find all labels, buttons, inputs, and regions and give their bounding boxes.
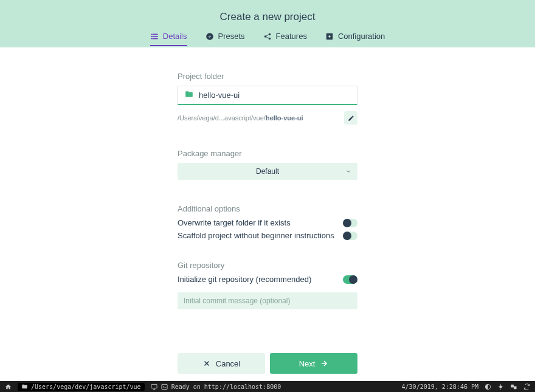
overwrite-option-row: Overwrite target folder if it exists <box>178 218 357 227</box>
chevron-down-icon <box>345 166 351 177</box>
status-bar: /Users/vega/dev/javascript/vue Ready on … <box>0 381 535 392</box>
scaffold-toggle[interactable] <box>343 232 357 240</box>
tab-label: Features <box>276 32 307 41</box>
svg-rect-5 <box>153 38 157 38</box>
refresh-icon[interactable] <box>523 383 530 390</box>
tabs: Details Presets Features Configuration <box>150 32 385 46</box>
svg-point-7 <box>264 35 266 38</box>
next-button[interactable]: Next <box>270 353 357 374</box>
git-init-row: Initialize git repository (recommended) <box>178 275 357 284</box>
svg-point-20 <box>499 385 502 388</box>
svg-rect-4 <box>151 38 153 38</box>
home-icon[interactable] <box>5 383 12 390</box>
folder-icon <box>184 90 194 101</box>
folder-icon <box>21 383 28 390</box>
tab-features[interactable]: Features <box>263 32 307 46</box>
close-icon <box>202 359 211 368</box>
svg-rect-0 <box>151 33 153 34</box>
cancel-button[interactable]: Cancel <box>178 353 265 374</box>
main-content: Project folder /Users/vega/d...avascript… <box>0 47 535 381</box>
git-section: Git repository Initialize git repository… <box>178 261 357 309</box>
contrast-icon[interactable] <box>485 383 491 390</box>
svg-point-9 <box>268 37 271 40</box>
svg-rect-2 <box>151 36 153 36</box>
package-manager-section: Package manager Default <box>178 149 357 180</box>
git-init-toggle[interactable] <box>343 275 357 284</box>
page-title: Create a new project <box>220 11 316 23</box>
action-bar: Cancel Next <box>178 353 357 381</box>
status-timestamp: 4/30/2019, 2:28:46 PM <box>402 383 478 390</box>
share-icon <box>263 32 272 41</box>
svg-rect-3 <box>153 36 157 36</box>
package-manager-value: Default <box>256 167 279 176</box>
settings-box-icon <box>325 32 334 41</box>
svg-point-11 <box>328 35 331 38</box>
commit-message-input[interactable] <box>178 292 357 309</box>
additional-options-label: Additional options <box>178 204 357 213</box>
svg-rect-15 <box>151 384 157 388</box>
list-icon <box>150 32 159 41</box>
overwrite-toggle[interactable] <box>343 219 357 227</box>
svg-point-8 <box>268 33 271 35</box>
svg-rect-18 <box>162 384 167 389</box>
project-folder-label: Project folder <box>178 72 357 81</box>
package-manager-select[interactable]: Default <box>178 163 357 180</box>
project-folder-input-wrapper <box>178 86 357 105</box>
check-circle-icon <box>205 32 214 41</box>
next-label: Next <box>299 359 316 368</box>
tab-presets[interactable]: Presets <box>205 32 245 46</box>
overwrite-option-label: Overwrite target folder if it exists <box>178 218 291 227</box>
tab-label: Configuration <box>338 32 385 41</box>
scaffold-option-row: Scaffold project without beginner instru… <box>178 231 357 240</box>
status-path-text: /Users/vega/dev/javascript/vue <box>31 383 141 390</box>
arrow-right-icon <box>320 359 328 368</box>
bug-icon[interactable] <box>497 383 504 390</box>
translate-icon[interactable] <box>510 383 517 390</box>
scaffold-option-label: Scaffold project without beginner instru… <box>178 231 334 240</box>
svg-rect-1 <box>153 33 157 34</box>
git-label: Git repository <box>178 261 357 270</box>
status-terminal[interactable]: Ready on http://localhost:8000 <box>151 383 281 390</box>
tab-label: Presets <box>218 32 245 41</box>
additional-options-section: Additional options Overwrite target fold… <box>178 204 357 244</box>
monitor-icon <box>151 383 157 390</box>
terminal-icon <box>161 383 168 390</box>
project-folder-path-row: /Users/vega/d...avascript/vue/hello-vue-… <box>178 111 357 125</box>
status-path[interactable]: /Users/vega/dev/javascript/vue <box>18 383 145 391</box>
tab-label: Details <box>163 32 187 41</box>
cancel-label: Cancel <box>216 359 240 368</box>
tab-details[interactable]: Details <box>150 32 187 46</box>
tab-configuration[interactable]: Configuration <box>325 32 385 46</box>
project-folder-path: /Users/vega/d...avascript/vue/hello-vue-… <box>178 114 303 122</box>
package-manager-label: Package manager <box>178 149 357 158</box>
svg-rect-25 <box>511 384 514 387</box>
header: Create a new project Details Presets Fea… <box>0 0 535 47</box>
status-message: Ready on http://localhost:8000 <box>171 383 281 390</box>
project-folder-input[interactable] <box>199 91 351 100</box>
edit-path-button[interactable] <box>344 111 357 125</box>
git-init-label: Initialize git repository (recommended) <box>178 275 311 284</box>
project-folder-section: Project folder /Users/vega/d...avascript… <box>178 72 357 125</box>
svg-rect-26 <box>514 386 517 389</box>
